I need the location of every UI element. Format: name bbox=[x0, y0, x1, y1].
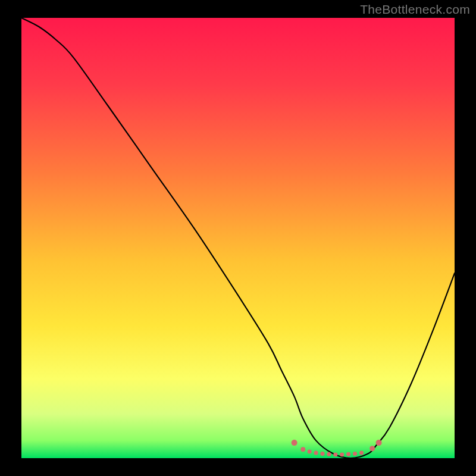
marker-dot bbox=[333, 453, 337, 457]
chart-stage: TheBottleneck.com bbox=[0, 0, 476, 476]
marker-dot bbox=[300, 447, 305, 452]
marker-dot bbox=[292, 440, 298, 446]
marker-dot bbox=[346, 452, 350, 456]
marker-dot bbox=[353, 452, 357, 456]
marker-dot bbox=[359, 451, 364, 455]
marker-dot bbox=[308, 449, 312, 453]
marker-dot bbox=[340, 453, 344, 457]
marker-dot bbox=[320, 452, 324, 456]
marker-dot bbox=[376, 440, 382, 446]
marker-dot bbox=[314, 451, 318, 455]
bottleneck-chart bbox=[0, 0, 476, 476]
chart-background bbox=[21, 18, 455, 458]
marker-dot bbox=[327, 452, 331, 456]
marker-dot bbox=[369, 446, 375, 451]
watermark-text: TheBottleneck.com bbox=[360, 2, 470, 17]
